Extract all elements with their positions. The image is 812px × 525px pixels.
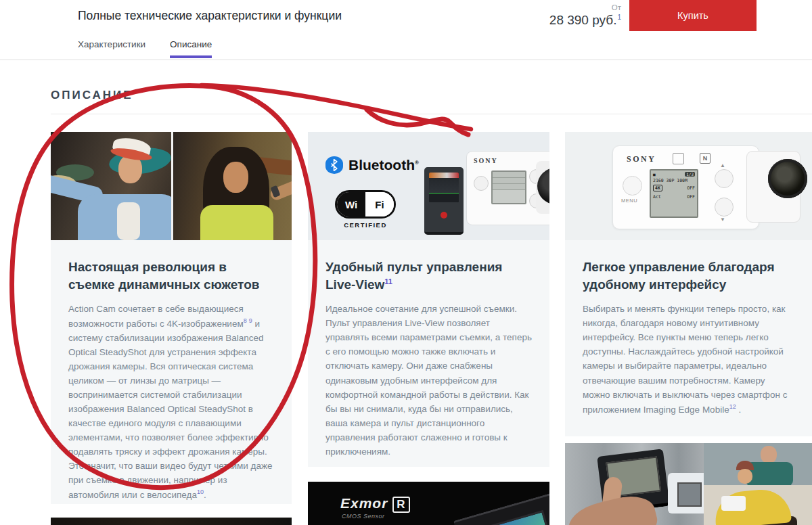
exmor-sensor-tile: ExmorR CMOS Sensor [308,482,549,525]
remote-screen-shape [429,173,459,202]
bluetooth-wordmark: Bluetooth® [348,157,419,173]
screen-4k-badge: 4K [653,185,662,191]
page-title: Полные технические характеристики и функ… [78,9,342,23]
camera-interface-image: SONY N MENU ■ 1/3 2160 30P 100M 4K OFF A… [565,132,812,240]
screen-rec-icon: ■ [653,172,656,177]
wifi-icon: Wi Fi [335,190,396,219]
cmos-sensor-label: CMOS Sensor [342,513,385,520]
helmet-photo-shape [704,485,812,525]
down-button-shape [715,198,734,216]
price-from-label: От [549,3,621,12]
woman-face-shape [223,162,248,193]
screen-off-text: OFF [687,194,695,200]
card-liveview-heading: Удобный пульт управления Live-View11 [325,258,532,293]
footnote-link-8[interactable]: 8 [244,317,247,324]
card-revolution-text: Настоящая революция в съемке динамичных … [51,240,292,504]
screen-page-indicator: 1/3 [685,172,695,177]
usage-collage-image [565,443,812,525]
screen-status-row: ■ 1/3 [651,170,697,178]
price-block: От 28 390 руб.1 [549,3,621,28]
exmor-logo: ExmorR [340,495,410,513]
bluetooth-logo: Bluetooth® [325,156,419,174]
up-arrow-icon: ▲ [720,162,725,168]
liveview-remote-shape [424,167,464,235]
footnote-link-10[interactable]: 10 [197,488,204,495]
red-tail-stroke [202,85,471,129]
card-interface-heading: Легкое управление благодаря удобному инт… [583,258,794,293]
photo-man-panel [51,132,171,240]
card-liveview-text: Удобный пульт управления Live-View11 Иде… [308,240,549,467]
menu-button-shape [623,176,642,196]
remote-screen-mid [429,178,459,193]
tab-bar: Характеристики Описание [78,39,212,58]
menu-label: MENU [621,198,637,204]
liveview-remote-image: Bluetooth® Wi Fi CERTIFIED SONY [308,132,549,240]
body-text: и систему стабилизации изображения Balan… [68,319,272,500]
wifi-fi-text: Fi [365,192,394,216]
nfc-icon: N [700,153,710,164]
lens-glass-shape [768,159,807,198]
card-interface-body: Выбирать и менять функции теперь просто,… [583,302,794,416]
body-text: . [736,404,742,414]
price-value: 28 390 руб.1 [549,13,621,28]
body-text: . [204,490,206,500]
down-arrow-icon: ▼ [720,216,725,223]
column-revolution: Настоящая революция в съемке динамичных … [51,132,292,525]
screen-mode-text: 2160 30P 100M [651,178,697,183]
card-interface-text: Легкое управление благодаря удобному инт… [565,240,812,436]
action-cam-body-shape: SONY N MENU ■ 1/3 2160 30P 100M 4K OFF A… [612,145,759,229]
price-text: 28 390 руб. [549,13,617,27]
camera-lcd-screen: ■ 1/3 2160 30P 100M 4K OFF Act OFF [650,169,698,218]
buy-button[interactable]: Купить [629,0,757,31]
screen-line [493,172,525,178]
body-text: Выбирать и менять функции теперь просто,… [583,304,787,414]
man-head-shape [761,446,777,463]
screen-act-text: Act [653,194,661,200]
up-button-shape [715,169,734,188]
header-divider [0,60,812,60]
card-liveview-body: Идеальное сочетание для успешной съемки.… [325,302,532,459]
bluetooth-text: Bluetooth [348,157,415,173]
screen-line [493,178,525,184]
exmor-wordmark: Exmor [340,495,388,511]
screen-line [493,184,525,190]
tab-specifications[interactable]: Характеристики [78,39,145,58]
display-icon [673,153,684,164]
heading-text: Удобный пульт управления Live-View [325,260,502,292]
photo-woman-panel [173,132,292,240]
card-revolution-body: Action Cam сочетает в себе выдающиеся во… [68,302,274,502]
hikers-photo-shape [704,443,812,485]
sony-logo: SONY [474,157,498,164]
column-interface: SONY N MENU ■ 1/3 2160 30P 100M 4K OFF A… [565,132,812,525]
woman-top-shape [200,205,273,240]
screen-4k-row: 4K OFF [651,183,697,193]
sensor-surface-shape [479,510,549,525]
registered-mark: ® [415,160,419,166]
tab-description[interactable]: Описание [170,39,212,58]
photo-two-panels [51,132,292,240]
kid-face-shape [738,469,752,484]
remote-screen-low [429,193,459,202]
card-revolution-heading: Настоящая революция в съемке динамичных … [68,258,274,293]
hero-photo-floating-market [51,132,292,240]
man-tshirt-shape [117,202,140,240]
body-text: Action Cam сочетает в себе выдающиеся во… [68,304,244,329]
price-footnote-link[interactable]: 1 [617,14,621,21]
camera-screen-shape [491,170,526,204]
footnote-link-11[interactable]: 11 [384,277,392,285]
next-tile-photo-peek [51,518,292,525]
camera-screen-shape [677,482,702,507]
column-liveview: Bluetooth® Wi Fi CERTIFIED SONY [308,132,549,525]
action-cam-side-shape: SONY [466,151,549,225]
remote-screen-statusbar [429,173,459,178]
screen-off-text: OFF [687,185,695,191]
footnote-link-12[interactable]: 12 [729,403,736,410]
camera-button-shape [474,176,489,191]
wifi-certified-logo: Wi Fi CERTIFIED [335,190,396,229]
section-divider [51,114,812,114]
record-button-shape [441,212,447,219]
sensor-chip-shape [453,491,549,525]
helmet-camera-shape [721,496,746,511]
section-title: ОПИСАНИЕ [51,89,133,102]
screen-act-row: Act OFF [651,193,697,201]
